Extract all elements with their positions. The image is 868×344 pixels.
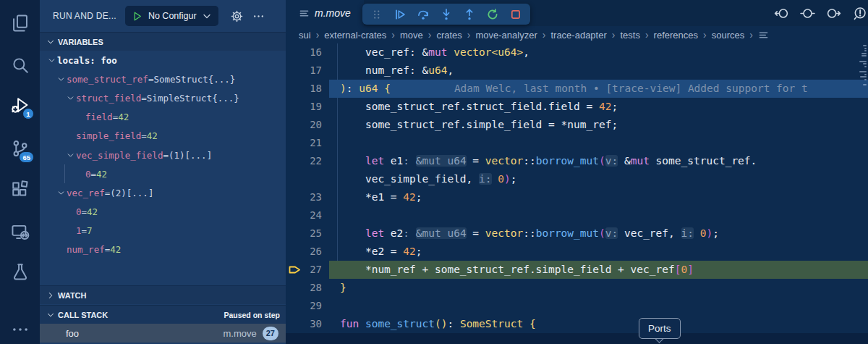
token: } (340, 282, 346, 293)
frame-line-badge: 27 (263, 327, 278, 340)
indent-guide (337, 206, 338, 225)
gear-icon[interactable] (229, 7, 246, 25)
line-number[interactable]: 16 (286, 43, 322, 62)
breadcrumb-item[interactable]: sui (299, 30, 311, 41)
drag-handle-icon[interactable] (367, 5, 387, 23)
breadcrumb-item[interactable]: trace-adapter (550, 30, 606, 41)
watch-section-header[interactable]: WATCH (40, 285, 286, 304)
watch-section-label: WATCH (58, 291, 87, 300)
variables-section-header[interactable]: VARIABLES (40, 32, 286, 51)
line-number[interactable]: 19 (286, 98, 322, 116)
code-line[interactable]: vec_simple_field, i: 0); (286, 170, 868, 188)
breadcrumb-item[interactable]: tests (620, 30, 639, 41)
indent-guide (337, 98, 338, 116)
line-number[interactable]: 18 (286, 80, 322, 98)
variable-row[interactable]: vec_simple_field = (1)[...] (40, 146, 286, 164)
variable-row[interactable]: num_ref = 42 (40, 240, 286, 259)
token: borrow_mut (536, 155, 599, 167)
line-number[interactable]: 20 (286, 116, 322, 134)
line-number[interactable]: 25 (286, 225, 322, 243)
code-line[interactable]: 24 (286, 206, 868, 225)
activity-item-extensions[interactable] (0, 172, 40, 207)
chevron-down-icon[interactable] (46, 54, 57, 66)
token: e1 (384, 155, 403, 167)
code-line[interactable]: 28} (286, 279, 868, 297)
chevron-down-icon[interactable] (64, 92, 76, 104)
code-line[interactable]: 20 some_struct_ref.simple_field = *num_r… (286, 116, 868, 134)
activity-item-testing[interactable] (0, 254, 40, 289)
code-line[interactable]: 21 (286, 134, 868, 152)
code-line[interactable]: 19 some_struct_ref.struct_field.field = … (286, 98, 868, 116)
chevron-right-icon (46, 290, 56, 301)
start-debugging-icon[interactable] (131, 7, 144, 25)
variable-row[interactable]: simple_field = 42 (40, 127, 286, 146)
circle-arrow-left-icon[interactable] (773, 5, 790, 22)
code-line[interactable]: 30fun some_struct(): SomeStruct { (286, 315, 868, 333)
variable-row[interactable]: locals: foo (40, 51, 286, 70)
activity-item-run-and-debug[interactable]: 1 (0, 88, 40, 122)
activity-item-search[interactable] (0, 48, 40, 83)
variable-row[interactable]: vec_ref = (2)[...] (40, 183, 286, 202)
variable-row[interactable]: 0 = 42 (40, 203, 286, 222)
launch-config-dropdown[interactable]: No Configur (125, 6, 218, 26)
chevron-down-icon[interactable] (64, 149, 76, 161)
code-line[interactable]: 22 let e1: &mut u64 = vector::borrow_mut… (286, 152, 868, 170)
line-number[interactable]: 30 (286, 315, 322, 333)
variable-row[interactable]: 1 = 7 (40, 222, 286, 240)
activity-item-more-views[interactable] (0, 312, 40, 344)
code-line[interactable]: 17 num_ref: &u64, (286, 62, 868, 80)
code-line[interactable]: 26 *e2 = 42; (286, 243, 868, 261)
code-line[interactable]: 29 (286, 297, 868, 315)
line-number[interactable]: 21 (286, 134, 322, 152)
breadcrumb-item[interactable]: move (400, 30, 423, 41)
activity-item-remote-explorer[interactable] (0, 214, 40, 249)
continue-icon[interactable] (390, 5, 410, 23)
restart-icon[interactable] (482, 5, 503, 23)
breadcrumb-item[interactable]: move-analyzer (476, 30, 537, 41)
line-number[interactable]: 24 (286, 206, 322, 225)
line-number[interactable] (286, 170, 322, 188)
breadcrumb-item[interactable]: sources (712, 30, 745, 41)
stop-icon[interactable] (506, 5, 526, 23)
line-number[interactable]: 23 (286, 188, 322, 206)
code-line[interactable]: 16 vec_ref: &mut vector<u64>, (286, 43, 868, 62)
activity-item-source-control[interactable]: 65 (0, 131, 40, 166)
circle-alert-icon[interactable] (851, 5, 868, 22)
more-actions-icon[interactable] (250, 7, 268, 25)
breadcrumb-item[interactable]: external-crates (324, 30, 386, 41)
breadcrumb-item[interactable]: references (654, 30, 698, 41)
line-number[interactable]: 28 (286, 279, 322, 297)
breadcrumb-item[interactable]: crates (436, 30, 461, 41)
line-number[interactable]: 26 (286, 243, 322, 261)
tab-m-move[interactable]: m.move (286, 0, 364, 26)
frame-file: m.move (224, 328, 257, 339)
token: ] (687, 264, 694, 275)
variable-row[interactable]: some_struct_ref = SomeStruct{...} (40, 70, 286, 88)
circle-dash-icon[interactable] (799, 5, 816, 22)
scope-label: locals: foo (57, 55, 117, 66)
line-number[interactable]: 29 (286, 297, 322, 315)
call-stack-section-header[interactable]: CALL STACK Paused on step (40, 305, 286, 324)
file-icon[interactable] (758, 30, 769, 41)
step-over-icon[interactable] (413, 5, 433, 23)
minimap[interactable] (859, 43, 868, 335)
code-line[interactable]: 18): u64 {Adam Welc, last month • [trace… (286, 80, 868, 98)
code-line[interactable]: 23 *e1 = 42; (286, 188, 868, 206)
step-out-icon[interactable] (459, 5, 480, 23)
editor-group: m.move sui›external-crates›move›crates›m… (286, 0, 868, 344)
activity-bar: 165 (0, 0, 40, 344)
chevron-down-icon[interactable] (55, 187, 67, 198)
line-number[interactable]: 22 (286, 152, 322, 170)
circle-arrow-right-icon[interactable] (825, 5, 842, 22)
step-into-icon[interactable] (436, 5, 456, 23)
chevron-down-icon[interactable] (55, 73, 67, 85)
activity-item-explorer[interactable] (0, 6, 40, 41)
variable-row[interactable]: 0 = 42 (40, 164, 286, 183)
code-line[interactable]: 27 *num_ref + some_struct_ref.simple_fie… (286, 261, 868, 279)
line-number[interactable]: 17 (286, 62, 322, 80)
variable-row[interactable]: struct_field = SimpleStruct{...} (40, 88, 286, 107)
variable-row[interactable]: field = 42 (40, 108, 286, 127)
equals: = (141, 93, 147, 104)
code-line[interactable]: 25 let e2: &mut u64 = vector::borrow_mut… (286, 225, 868, 243)
call-stack-frame[interactable]: foo m.move 27 (40, 324, 286, 343)
